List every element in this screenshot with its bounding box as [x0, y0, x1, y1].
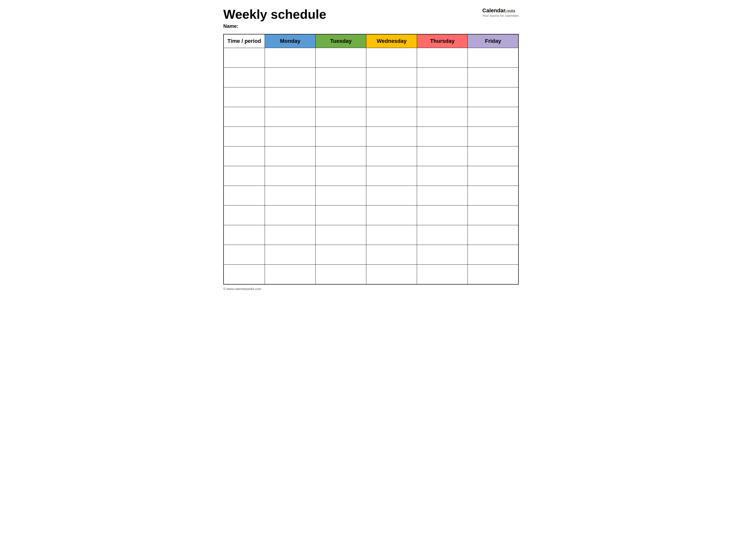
table-row — [223, 225, 519, 245]
table-cell[interactable] — [366, 88, 417, 107]
table-cell[interactable] — [366, 265, 417, 284]
table-cell[interactable] — [223, 127, 265, 147]
page-title: Weekly schedule — [223, 7, 482, 21]
table-cell[interactable] — [265, 127, 316, 147]
table-row — [223, 127, 519, 147]
title-area: Weekly schedule Name: — [223, 7, 482, 29]
table-cell[interactable] — [366, 127, 417, 147]
table-cell[interactable] — [468, 127, 519, 147]
logo-area: Calendar pedia Your source for calendars — [482, 7, 519, 17]
table-cell[interactable] — [366, 186, 417, 206]
table-cell[interactable] — [316, 265, 366, 284]
table-cell[interactable] — [316, 127, 366, 147]
table-cell[interactable] — [417, 245, 468, 265]
table-cell[interactable] — [223, 48, 265, 68]
table-cell[interactable] — [316, 147, 366, 166]
table-cell[interactable] — [417, 265, 468, 284]
table-cell[interactable] — [417, 127, 468, 147]
table-cell[interactable] — [265, 225, 316, 245]
table-cell[interactable] — [417, 186, 468, 206]
logo-calendar-text: Calendar — [482, 7, 506, 14]
table-cell[interactable] — [366, 107, 417, 127]
table-row — [223, 206, 519, 225]
table-cell[interactable] — [316, 48, 366, 68]
table-cell[interactable] — [468, 48, 519, 68]
table-cell[interactable] — [417, 68, 468, 88]
table-cell[interactable] — [265, 107, 316, 127]
table-cell[interactable] — [366, 68, 417, 88]
table-cell[interactable] — [223, 245, 265, 265]
logo-pedia-text: pedia — [506, 9, 515, 13]
table-cell[interactable] — [265, 48, 316, 68]
col-header-thursday: Thursday — [417, 34, 468, 48]
table-cell[interactable] — [316, 186, 366, 206]
table-cell[interactable] — [316, 245, 366, 265]
table-cell[interactable] — [223, 147, 265, 166]
table-cell[interactable] — [316, 88, 366, 107]
col-header-friday: Friday — [468, 34, 519, 48]
table-cell[interactable] — [468, 166, 519, 186]
table-cell[interactable] — [468, 225, 519, 245]
table-row — [223, 186, 519, 206]
table-row — [223, 68, 519, 88]
table-cell[interactable] — [265, 88, 316, 107]
table-cell[interactable] — [366, 245, 417, 265]
table-cell[interactable] — [223, 68, 265, 88]
name-label: Name: — [223, 23, 482, 29]
col-header-tuesday: Tuesday — [316, 34, 366, 48]
table-cell[interactable] — [417, 225, 468, 245]
table-cell[interactable] — [223, 265, 265, 284]
table-cell[interactable] — [265, 186, 316, 206]
table-cell[interactable] — [468, 68, 519, 88]
table-cell[interactable] — [316, 68, 366, 88]
table-cell[interactable] — [316, 225, 366, 245]
table-cell[interactable] — [417, 88, 468, 107]
table-cell[interactable] — [265, 147, 316, 166]
table-cell[interactable] — [468, 206, 519, 225]
table-cell[interactable] — [366, 206, 417, 225]
table-cell[interactable] — [223, 166, 265, 186]
schedule-table: Time / period Monday Tuesday Wednesday T… — [223, 34, 519, 285]
table-cell[interactable] — [417, 206, 468, 225]
logo-line: Calendar pedia — [482, 7, 519, 14]
table-cell[interactable] — [468, 107, 519, 127]
header-row: Time / period Monday Tuesday Wednesday T… — [223, 34, 519, 48]
col-header-monday: Monday — [265, 34, 316, 48]
table-cell[interactable] — [316, 107, 366, 127]
table-cell[interactable] — [417, 166, 468, 186]
schedule-body — [223, 48, 519, 284]
table-cell[interactable] — [366, 147, 417, 166]
table-cell[interactable] — [316, 206, 366, 225]
logo-subtitle: Your source for calendars — [482, 14, 519, 17]
table-row — [223, 147, 519, 166]
table-cell[interactable] — [417, 147, 468, 166]
table-cell[interactable] — [265, 245, 316, 265]
table-cell[interactable] — [265, 68, 316, 88]
table-cell[interactable] — [265, 206, 316, 225]
table-cell[interactable] — [417, 107, 468, 127]
table-cell[interactable] — [468, 265, 519, 284]
table-cell[interactable] — [265, 265, 316, 284]
table-cell[interactable] — [366, 225, 417, 245]
table-cell[interactable] — [223, 206, 265, 225]
table-cell[interactable] — [223, 88, 265, 107]
table-cell[interactable] — [417, 48, 468, 68]
table-cell[interactable] — [468, 147, 519, 166]
table-row — [223, 245, 519, 265]
table-cell[interactable] — [468, 245, 519, 265]
table-cell[interactable] — [265, 166, 316, 186]
table-cell[interactable] — [468, 186, 519, 206]
logo-edia: edia — [508, 9, 515, 13]
table-cell[interactable] — [223, 225, 265, 245]
page-wrapper: Weekly schedule Name: Calendar pedia You… — [223, 7, 519, 291]
col-header-time: Time / period — [223, 34, 265, 48]
table-cell[interactable] — [366, 166, 417, 186]
table-cell[interactable] — [366, 48, 417, 68]
table-cell[interactable] — [468, 88, 519, 107]
col-header-wednesday: Wednesday — [366, 34, 417, 48]
header-area: Weekly schedule Name: Calendar pedia You… — [223, 7, 519, 29]
table-row — [223, 88, 519, 107]
table-cell[interactable] — [223, 107, 265, 127]
table-cell[interactable] — [316, 166, 366, 186]
table-cell[interactable] — [223, 186, 265, 206]
